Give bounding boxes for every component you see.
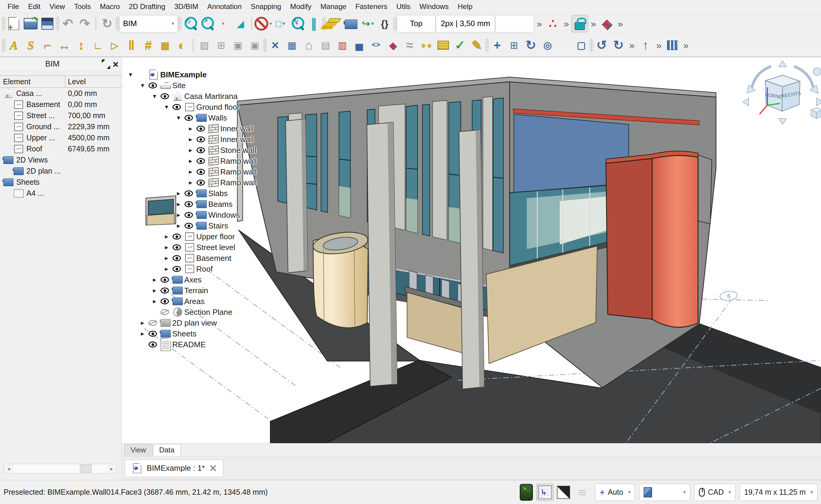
tree-expander[interactable] (149, 297, 160, 305)
visibility-eye-icon[interactable] (195, 179, 206, 186)
scroll-left-arrow[interactable]: ◂ (4, 464, 13, 473)
visibility-eye-icon[interactable] (148, 82, 158, 89)
visibility-eye-icon[interactable] (183, 212, 194, 218)
plan-view-button[interactable]: ▣ (230, 37, 246, 54)
menu-2d-drafting[interactable]: 2D Drafting (124, 1, 169, 12)
tree-expander[interactable] (173, 114, 183, 122)
tree-expander[interactable] (173, 189, 183, 197)
tree-expander[interactable] (173, 222, 183, 230)
move-button[interactable]: + (489, 37, 506, 54)
menu-view[interactable]: View (45, 1, 70, 12)
visibility-eye-icon[interactable] (183, 222, 194, 229)
refresh-button[interactable]: ↻ (99, 15, 115, 32)
axes-system-button[interactable]: # (140, 37, 157, 54)
top-view-button[interactable]: Top (397, 15, 436, 32)
tree-expander[interactable] (149, 92, 160, 100)
panel-horizontal-scrollbar[interactable]: ◂ ▸ (4, 464, 117, 473)
visibility-eye-icon[interactable] (148, 330, 158, 337)
tree-expander[interactable] (185, 136, 195, 143)
view-dimensions-selector[interactable]: 19,74 m x 11,25 m▾ (740, 484, 817, 501)
menu-annotation[interactable]: Annotation (203, 1, 246, 12)
scrollbar-thumb[interactable] (80, 464, 92, 473)
box-select-2d-button[interactable]: ▢ (573, 37, 589, 54)
3d-viewport[interactable]: 5 (122, 57, 821, 443)
std-views-button[interactable]: ◈ (598, 15, 615, 32)
visibility-eye-icon[interactable] (160, 298, 170, 305)
menu-edit[interactable]: Edit (24, 1, 45, 12)
menu-file[interactable]: File (3, 1, 24, 12)
visibility-eye-icon[interactable] (172, 233, 182, 240)
text-button[interactable]: A (5, 37, 22, 54)
tree-expander[interactable] (149, 276, 160, 284)
tree-item-site[interactable]: Site (124, 80, 257, 91)
overflow-chevron[interactable]: » (588, 15, 598, 32)
tree-expander[interactable] (161, 243, 172, 251)
tree-item-ramp-wall-2[interactable]: Ramp wall (124, 166, 257, 177)
tree-expander[interactable] (137, 319, 148, 327)
visibility-eye-icon[interactable] (148, 320, 158, 326)
pins-button[interactable]: ‖ (123, 37, 140, 54)
box-selection-button[interactable]: □ ▾ (272, 15, 289, 32)
panel-row-2d-views[interactable]: 2D Views (0, 154, 121, 166)
tree-expander[interactable] (185, 125, 195, 133)
tree-item-stone-wall[interactable]: Stone wall (124, 145, 257, 156)
layers-button[interactable] (326, 15, 343, 32)
axonometric-view-button[interactable]: ▾ (215, 15, 232, 32)
tree-expander[interactable] (137, 330, 148, 338)
tree-expander[interactable] (161, 103, 172, 111)
material-doc-button[interactable]: ∘∘ (418, 37, 435, 54)
draft-edit-button[interactable]: ↺ (593, 37, 610, 54)
relations-button[interactable]: ∴ (544, 15, 561, 32)
tree-item-basement[interactable]: Basement (124, 253, 257, 264)
visibility-eye-icon[interactable] (148, 341, 158, 348)
navigation-style-selector[interactable]: CAD▾ (694, 484, 736, 501)
label-button[interactable]: ▷ (106, 37, 123, 54)
visibility-eye-icon[interactable] (195, 168, 206, 175)
panel-row-ground[interactable]: Ground ... 2229,39 mm (0, 121, 121, 132)
elevation-view-button[interactable]: ▣ (246, 37, 263, 54)
extrude-button[interactable] (556, 37, 573, 54)
menu-utils[interactable]: Utils (392, 1, 415, 12)
tree-item-inner-wall-1[interactable]: Inner wall (124, 123, 257, 134)
group-button[interactable] (343, 15, 360, 32)
spreadsheet-button[interactable] (435, 37, 452, 54)
visibility-eye-icon[interactable] (183, 201, 194, 207)
panel-row-sheets[interactable]: Sheets (0, 177, 121, 188)
working-plane-button[interactable]: ▦ (284, 37, 300, 54)
tree-item-section-plane[interactable]: Section Plane (124, 307, 257, 318)
hatch-button[interactable]: ◐ (173, 37, 190, 54)
copy-button[interactable]: ⊞ (506, 37, 522, 54)
panel-row-roof[interactable]: Roof 6749,65 mm (0, 143, 121, 154)
visibility-eye-icon[interactable] (195, 136, 206, 143)
scroll-right-arrow[interactable]: ▸ (107, 464, 116, 473)
tree-item-ramp-wall-1[interactable]: Ramp wall (124, 156, 257, 166)
tree-item-sheets[interactable]: Sheets (124, 328, 257, 339)
overflow-chevron[interactable]: » (681, 37, 691, 54)
tree-item-street-level[interactable]: Street level (124, 242, 257, 253)
visibility-eye-icon[interactable] (183, 115, 194, 121)
visibility-eye-icon[interactable] (160, 276, 170, 283)
visibility-eye-icon[interactable] (195, 125, 206, 132)
panel-expand-icon[interactable] (102, 60, 110, 68)
draw-style-icon[interactable] (555, 484, 572, 501)
save-button[interactable] (39, 15, 56, 32)
offset-button[interactable]: ◎ (539, 37, 556, 54)
menu-modify[interactable]: Modify (286, 1, 316, 12)
workbench-selector[interactable]: BIM ▾ (119, 15, 178, 32)
overflow-chevron[interactable]: » (615, 15, 626, 32)
tree-item-axes[interactable]: Axes (124, 274, 257, 285)
sync-view-button[interactable]: ↻ ▾ (289, 15, 306, 32)
panel-row-street[interactable]: Street ... 700,00 mm (0, 110, 121, 121)
visibility-eye-icon[interactable] (172, 266, 182, 272)
red-curved-wall[interactable] (606, 151, 712, 327)
section-plane-button[interactable]: ▨ (196, 37, 213, 54)
tree-expander[interactable] (137, 82, 148, 89)
visibility-eye-icon[interactable] (172, 104, 182, 110)
tree-item-beams[interactable]: Beams (124, 199, 257, 210)
upgrade-button[interactable]: ↑ (637, 37, 654, 54)
ifc-doc-button[interactable]: ◆ (384, 37, 401, 54)
redo-button[interactable]: ↷ (76, 15, 93, 32)
column-header-element[interactable]: Element (0, 76, 65, 87)
menu-3d-bim[interactable]: 3D/BIM (170, 1, 203, 12)
menu-fasteners[interactable]: Fasteners (351, 1, 392, 12)
